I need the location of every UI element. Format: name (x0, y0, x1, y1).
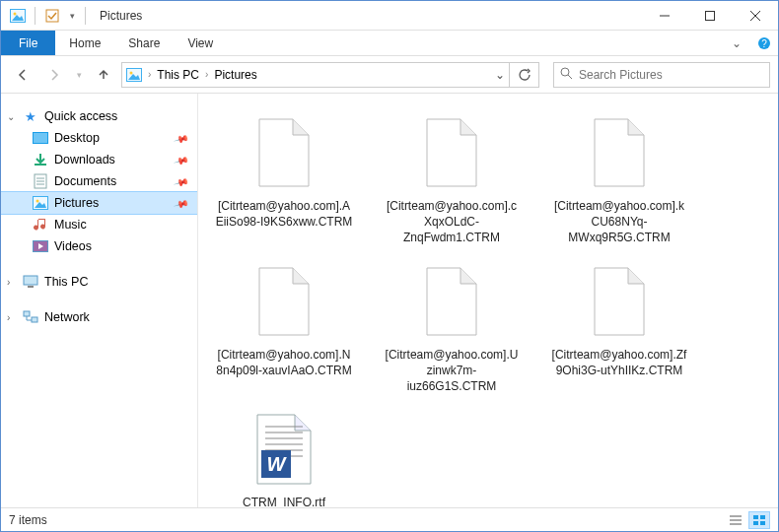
pin-icon: 📌 (174, 152, 189, 167)
details-view-button[interactable] (725, 511, 746, 529)
up-button[interactable] (90, 61, 117, 89)
svg-rect-28 (28, 286, 34, 288)
sidebar-item-pictures[interactable]: Pictures📌 (1, 192, 197, 214)
ribbon: File Home Share View ⌄ ? (1, 31, 778, 56)
svg-point-12 (130, 71, 133, 74)
file-tab[interactable]: File (1, 31, 55, 55)
svg-rect-27 (24, 276, 37, 285)
breadcrumb-segment[interactable]: Pictures (214, 68, 256, 82)
svg-point-24 (36, 200, 39, 203)
recent-dropdown[interactable]: ▾ (72, 61, 86, 89)
blank-file-icon (416, 262, 487, 341)
documents-icon (33, 173, 48, 189)
chevron-right-icon[interactable]: › (148, 69, 151, 80)
forward-button[interactable] (40, 61, 68, 89)
help-button[interactable]: ? (750, 31, 778, 55)
back-button[interactable] (9, 61, 36, 89)
minimize-button[interactable] (642, 1, 687, 31)
file-item[interactable]: [Citrteam@yahoo.com].N8n4p09l-xauvIAaO.C… (210, 262, 358, 395)
svg-rect-46 (753, 521, 758, 525)
breadcrumb-segment[interactable]: This PC (157, 68, 199, 82)
sidebar-item-label: Pictures (54, 196, 99, 210)
blank-file-icon (584, 262, 655, 341)
pin-icon: 📌 (174, 195, 189, 211)
blank-file-icon (248, 262, 319, 341)
navigation-pane: ⌄ ★ Quick access Desktop📌Downloads📌Docum… (1, 94, 198, 507)
chevron-down-icon: ⌄ (7, 111, 17, 122)
search-box[interactable] (553, 62, 770, 88)
file-name-label: [Citrteam@yahoo.com].kCU68NYq-MWxq9R5G.C… (550, 198, 688, 246)
pc-icon (23, 274, 38, 290)
file-item[interactable]: WCTRM_INFO.rtf (210, 410, 358, 507)
pictures-icon (33, 195, 48, 211)
svg-text:W: W (267, 453, 288, 475)
chevron-right-icon[interactable]: › (205, 69, 208, 80)
file-item[interactable]: [Citrteam@yahoo.com].cXqxOLdC-ZnqFwdm1.C… (378, 113, 526, 246)
sidebar-item-quick-access[interactable]: ⌄ ★ Quick access (1, 105, 197, 127)
sidebar-item-videos[interactable]: Videos (1, 235, 197, 257)
sidebar-item-documents[interactable]: Documents📌 (1, 170, 197, 192)
navbar: ▾ › This PC › Pictures ⌄ (1, 56, 778, 94)
sidebar-item-label: Downloads (54, 153, 115, 166)
svg-rect-45 (760, 515, 765, 519)
breadcrumb[interactable]: › This PC › Pictures ⌄ (121, 62, 510, 88)
svg-point-2 (14, 12, 17, 15)
sidebar-label: This PC (44, 275, 88, 289)
word-file-icon: W (248, 410, 319, 489)
refresh-button[interactable] (510, 62, 539, 88)
music-icon (33, 217, 48, 233)
tab-home[interactable]: Home (55, 31, 114, 55)
chevron-right-icon: › (7, 277, 17, 288)
sidebar-item-label: Desktop (54, 131, 100, 145)
svg-point-13 (561, 68, 569, 76)
tab-share[interactable]: Share (114, 31, 174, 55)
svg-rect-5 (706, 11, 715, 20)
sidebar-label: Network (44, 310, 90, 324)
desktop-icon (33, 130, 48, 146)
svg-rect-3 (46, 10, 58, 22)
sidebar-item-label: Videos (54, 239, 92, 253)
pictures-icon (7, 5, 29, 27)
maximize-button[interactable] (687, 1, 733, 31)
search-icon (560, 66, 573, 84)
sidebar-item-label: Documents (54, 174, 116, 188)
svg-rect-29 (24, 311, 30, 316)
file-name-label: [Citrteam@yahoo.com].AEiiSo98-I9KS6xww.C… (215, 198, 353, 230)
pictures-icon (126, 68, 142, 82)
file-name-label: [Citrteam@yahoo.com].N8n4p09l-xauvIAaO.C… (215, 347, 353, 378)
sidebar-item-desktop[interactable]: Desktop📌 (1, 127, 197, 149)
svg-rect-30 (32, 317, 37, 322)
file-name-label: CTRM_INFO.rtf (243, 495, 325, 507)
file-list[interactable]: [Citrteam@yahoo.com].AEiiSo98-I9KS6xww.C… (198, 94, 778, 507)
downloads-icon (33, 152, 48, 167)
breadcrumb-dropdown[interactable]: ⌄ (495, 68, 505, 82)
close-button[interactable] (733, 1, 778, 31)
svg-rect-44 (753, 515, 758, 519)
tab-view[interactable]: View (174, 31, 227, 55)
qat-props-icon[interactable] (41, 5, 63, 27)
blank-file-icon (416, 113, 487, 192)
file-item[interactable]: [Citrteam@yahoo.com].AEiiSo98-I9KS6xww.C… (210, 113, 358, 246)
search-input[interactable] (579, 68, 763, 82)
separator (85, 7, 86, 25)
file-item[interactable]: [Citrteam@yahoo.com].Zf9Ohi3G-utYhIIKz.C… (545, 262, 693, 395)
qat-dropdown-icon[interactable]: ▾ (65, 5, 79, 27)
sidebar-label: Quick access (44, 109, 117, 123)
sidebar-item-this-pc[interactable]: › This PC (1, 271, 197, 293)
file-item[interactable]: [Citrteam@yahoo.com].Uzinwk7m-iuz66G1S.C… (378, 262, 526, 395)
videos-icon (33, 238, 48, 254)
item-count-label: 7 items (9, 513, 47, 527)
sidebar-item-downloads[interactable]: Downloads📌 (1, 149, 197, 170)
file-item[interactable]: [Citrteam@yahoo.com].kCU68NYq-MWxq9R5G.C… (545, 113, 693, 246)
file-name-label: [Citrteam@yahoo.com].Uzinwk7m-iuz66G1S.C… (383, 347, 521, 395)
icons-view-button[interactable] (748, 511, 770, 529)
sidebar-item-network[interactable]: › Network (1, 306, 197, 328)
file-explorer-window: ▾ Pictures File Home Share View ⌄ ? ▾ › (0, 0, 779, 532)
sidebar-item-music[interactable]: Music (1, 214, 197, 235)
ribbon-expand-button[interactable]: ⌄ (723, 31, 750, 55)
pin-icon: 📌 (174, 130, 189, 146)
file-name-label: [Citrteam@yahoo.com].Zf9Ohi3G-utYhIIKz.C… (550, 347, 688, 378)
statusbar: 7 items (1, 507, 778, 531)
blank-file-icon (248, 113, 319, 192)
star-icon: ★ (23, 108, 38, 124)
